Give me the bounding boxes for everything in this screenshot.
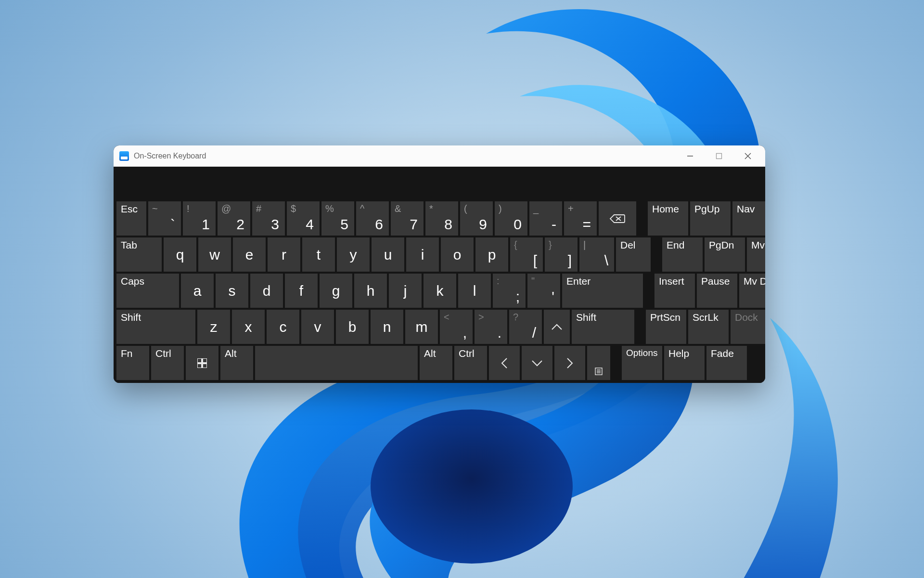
key-alt-right[interactable]: Alt — [420, 346, 452, 380]
key-2[interactable]: @2 — [218, 201, 250, 236]
row-2: Caps asdfghjkl :;"' Enter Insert Pause M… — [116, 274, 762, 308]
key-arrow-left[interactable] — [489, 346, 520, 380]
key-context-menu[interactable] — [587, 346, 610, 380]
key-6[interactable]: ^6 — [356, 201, 389, 236]
key-pgup[interactable]: PgUp — [690, 201, 731, 236]
key-p[interactable]: p — [475, 237, 508, 272]
key-del[interactable]: Del — [616, 237, 651, 272]
key-punct[interactable]: ?/ — [509, 310, 542, 344]
key-e[interactable]: e — [233, 237, 266, 272]
key-punct[interactable]: >. — [475, 310, 507, 344]
context-menu-icon — [595, 368, 603, 375]
key-j[interactable]: j — [389, 274, 422, 308]
chevron-right-icon — [565, 357, 574, 369]
keyboard-surface: Esc ~`!1@2#3$4%5^6&7*8(9)0_-+= Home PgUp… — [114, 167, 765, 383]
key-4[interactable]: $4 — [287, 201, 320, 236]
key-`[interactable]: ~` — [148, 201, 181, 236]
key-mvdn[interactable]: Mv Dn — [739, 274, 765, 308]
key--[interactable]: _- — [529, 201, 562, 236]
key-arrow-up[interactable] — [544, 310, 570, 344]
key-k[interactable]: k — [424, 274, 456, 308]
key-s[interactable]: s — [216, 274, 248, 308]
key-punct[interactable]: :; — [493, 274, 526, 308]
key-y[interactable]: y — [337, 237, 370, 272]
key-9[interactable]: (9 — [460, 201, 493, 236]
key-punct[interactable]: <, — [440, 310, 473, 344]
key-3[interactable]: #3 — [252, 201, 285, 236]
osk-window: On-Screen Keyboard Esc ~`!1@2#3$4%5^6&7*… — [114, 145, 765, 383]
close-button[interactable] — [733, 145, 762, 167]
row-4: Fn Ctrl Alt Alt Ctrl Options Help Fade — [116, 346, 762, 380]
key-pause[interactable]: Pause — [697, 274, 737, 308]
key-enter[interactable]: Enter — [562, 274, 643, 308]
key-pgdn[interactable]: PgDn — [705, 237, 745, 272]
key-mvup[interactable]: Mv Up — [747, 237, 765, 272]
key-w[interactable]: w — [198, 237, 231, 272]
key-m[interactable]: m — [405, 310, 438, 344]
key-u[interactable]: u — [372, 237, 404, 272]
key-q[interactable]: q — [164, 237, 196, 272]
key-shift-right[interactable]: Shift — [572, 310, 634, 344]
key-alt-left[interactable]: Alt — [220, 346, 253, 380]
key-d[interactable]: d — [250, 274, 283, 308]
key-z[interactable]: z — [197, 310, 230, 344]
key-bracket[interactable]: {[ — [510, 237, 543, 272]
key-help[interactable]: Help — [664, 346, 705, 380]
titlebar: On-Screen Keyboard — [114, 145, 765, 167]
row-1: Tab qwertyuiop {[}] |\ Del End PgDn Mv U… — [116, 237, 762, 272]
key-=[interactable]: += — [564, 201, 597, 236]
chevron-down-icon — [531, 359, 543, 368]
key-dock[interactable]: Dock — [731, 310, 765, 344]
key-b[interactable]: b — [336, 310, 369, 344]
key-backspace[interactable] — [599, 201, 636, 236]
key-windows[interactable] — [186, 346, 218, 380]
key-arrow-down[interactable] — [522, 346, 552, 380]
key-options[interactable]: Options — [622, 346, 662, 380]
key-bracket[interactable]: }] — [545, 237, 578, 272]
minimize-button[interactable] — [676, 145, 705, 167]
key-caps[interactable]: Caps — [116, 274, 179, 308]
key-l[interactable]: l — [458, 274, 491, 308]
key-a[interactable]: a — [181, 274, 214, 308]
key-scrlk[interactable]: ScrLk — [688, 310, 729, 344]
key-x[interactable]: x — [232, 310, 265, 344]
key-7[interactable]: &7 — [391, 201, 424, 236]
key-c[interactable]: c — [267, 310, 299, 344]
key-home[interactable]: Home — [648, 201, 688, 236]
key-tab[interactable]: Tab — [116, 237, 162, 272]
key-1[interactable]: !1 — [183, 201, 216, 236]
key-backslash[interactable]: |\ — [579, 237, 614, 272]
key-h[interactable]: h — [354, 274, 387, 308]
window-title: On-Screen Keyboard — [134, 152, 206, 160]
svg-rect-7 — [197, 358, 202, 363]
key-g[interactable]: g — [320, 274, 352, 308]
key-punct[interactable]: "' — [527, 274, 560, 308]
key-o[interactable]: o — [441, 237, 474, 272]
key-arrow-right[interactable] — [554, 346, 585, 380]
row-0: Esc ~`!1@2#3$4%5^6&7*8(9)0_-+= Home PgUp… — [116, 201, 762, 236]
key-ctrl-left[interactable]: Ctrl — [151, 346, 184, 380]
key-prtscn[interactable]: PrtScn — [646, 310, 686, 344]
key-ctrl-right[interactable]: Ctrl — [454, 346, 487, 380]
key-insert[interactable]: Insert — [654, 274, 695, 308]
key-esc[interactable]: Esc — [116, 201, 146, 236]
key-space[interactable] — [255, 346, 418, 380]
key-8[interactable]: *8 — [425, 201, 458, 236]
key-shift-left[interactable]: Shift — [116, 310, 195, 344]
svg-rect-2 — [717, 154, 722, 159]
key-fn[interactable]: Fn — [116, 346, 149, 380]
key-f[interactable]: f — [285, 274, 318, 308]
key-5[interactable]: %5 — [321, 201, 354, 236]
key-0[interactable]: )0 — [495, 201, 527, 236]
key-n[interactable]: n — [371, 310, 403, 344]
key-v[interactable]: v — [301, 310, 334, 344]
key-end[interactable]: End — [662, 237, 703, 272]
maximize-button[interactable] — [705, 145, 733, 167]
key-t[interactable]: t — [302, 237, 335, 272]
key-r[interactable]: r — [268, 237, 300, 272]
key-fade[interactable]: Fade — [706, 346, 747, 380]
row-3: Shift zxcvbnm <,>.?/ Shift PrtScn ScrLk … — [116, 310, 762, 344]
chevron-up-icon — [551, 323, 563, 331]
key-i[interactable]: i — [406, 237, 439, 272]
key-nav[interactable]: Nav — [732, 201, 765, 236]
